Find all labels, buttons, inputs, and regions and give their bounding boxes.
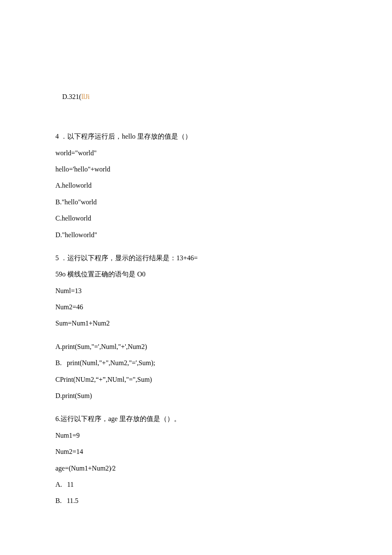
q5-stem-1: 5 ．运行以下程序，显示的运行结果是：13+46= [55, 250, 341, 266]
q3-option-d: D.321(llJi [55, 73, 341, 122]
q5-stem-2: 59o 横线位置正确的语句是 O0 [55, 266, 341, 282]
q6-stem: 6.运行以下程序，age 里存放的值是（）。 [55, 411, 341, 427]
q4-option-a: A.helloworld [55, 177, 341, 194]
q3-option-d-text: D.321( [62, 93, 81, 100]
q5-option-a: A.print(Sum,"=',Numl,"+',Num2) [55, 339, 341, 355]
q5-code-1: Numl=13 [55, 283, 341, 299]
blank [55, 332, 341, 339]
q6-code-2: Num2=14 [55, 444, 341, 460]
q3-option-d-link: llJi [81, 93, 90, 100]
q6-code-3: age=(Num1+Num2)∕2 [55, 460, 341, 477]
q6-option-b: B. 11.5 [55, 493, 341, 509]
document-page: D.321(llJi 4 ．以下程序运行后，hello 里存放的值是（） wor… [0, 0, 392, 555]
blank [55, 122, 341, 128]
q4-option-d: D."helloworld" [55, 227, 341, 243]
q4-code-1: world="world" [55, 145, 341, 161]
q4-code-2: hello='hello"+world [55, 161, 341, 177]
q4-option-c: C.helloworld [55, 210, 341, 227]
blank [55, 404, 341, 411]
q5-option-b: B. print(Numl,"+",Num2,"=',Sum); [55, 355, 341, 371]
q5-option-d: D.print(Sum) [55, 388, 341, 404]
q5-code-3: Sum=Num1+Num2 [55, 315, 341, 331]
blank [55, 243, 341, 250]
q5-code-2: Num2=46 [55, 299, 341, 315]
q6-code-1: Num1=9 [55, 427, 341, 444]
q4-stem: 4 ．以下程序运行后，hello 里存放的值是（） [55, 128, 341, 145]
q5-option-c: CPrint(NUm2,“+”,NUml,"=",Sum) [55, 372, 341, 388]
q4-option-b: B."hello"world [55, 194, 341, 210]
q6-option-a: A. 11 [55, 477, 341, 493]
